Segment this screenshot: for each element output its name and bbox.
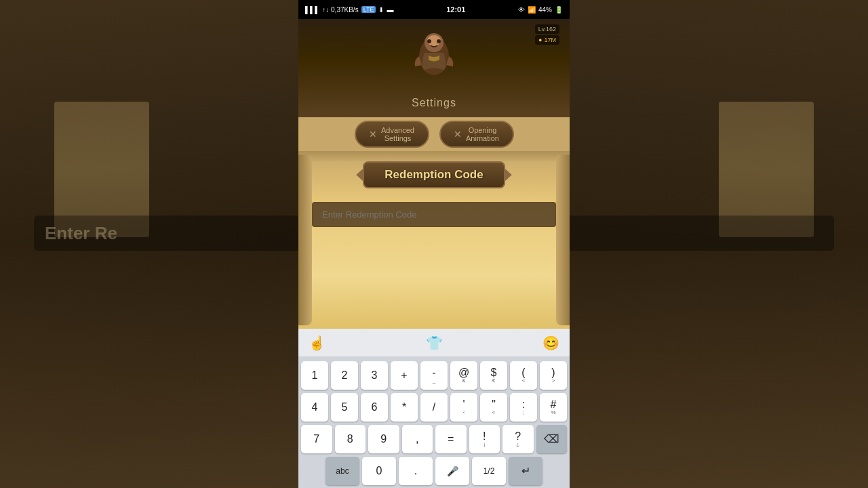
keyboard-hand-icon[interactable]: ☝ [309, 335, 326, 351]
key-single-quote[interactable]: '‹ [450, 393, 477, 422]
key-dollar[interactable]: $€ [480, 361, 507, 390]
key-minus[interactable]: -_ [420, 361, 448, 390]
opening-animation-label: Opening Animation [466, 126, 499, 142]
key-0[interactable]: 0 [362, 457, 396, 485]
coin-icon: ● [538, 37, 542, 43]
keyboard-toolbar: ☝ 👕 😊 [298, 329, 570, 357]
key-2[interactable]: 2 [331, 361, 358, 390]
key-abc[interactable]: abc [326, 457, 359, 485]
signal-bars: ▌▌▌ [305, 6, 319, 14]
key-equals[interactable]: = [435, 425, 467, 453]
key-7[interactable]: 7 [301, 425, 332, 453]
key-8[interactable]: 8 [335, 425, 366, 453]
advanced-settings-label: Advanced Settings [381, 126, 414, 142]
redemption-code-title: Redemption Code [384, 168, 483, 181]
key-6[interactable]: 6 [361, 393, 388, 422]
status-right: 👁 📶 44% 🔋 [518, 6, 563, 14]
game-area: Lv.162 ● 17M Settings [298, 19, 570, 117]
key-slash[interactable]: / [420, 393, 448, 422]
eye-icon: 👁 [518, 6, 525, 14]
keyboard-container: ☝ 👕 😊 1 2 3 + -_ @& $€ (< )> 4 5 6 [298, 329, 570, 488]
keyboard-rows: 1 2 3 + -_ @& $€ (< )> 4 5 6 * / '‹ "« :… [298, 357, 570, 488]
wifi-icon: 📶 [528, 6, 536, 14]
key-exclaim[interactable]: !¡ [469, 425, 500, 453]
battery-percent: 44% [538, 6, 552, 14]
redemption-code-banner: Redemption Code [363, 161, 505, 188]
key-asterisk[interactable]: * [391, 393, 418, 422]
phone-container: ▌▌▌ ↑↓ 0,37KB/s LTE ⬇ ▬ 12:01 👁 📶 44% 🔋 [298, 0, 570, 488]
key-plus[interactable]: + [391, 361, 418, 390]
key-3[interactable]: 3 [361, 361, 388, 390]
svg-point-4 [437, 39, 441, 43]
scroll-right-roll [556, 155, 570, 325]
bg-input-text: Enter Re [45, 223, 117, 244]
key-comma[interactable]: , [402, 425, 433, 453]
key-close-paren[interactable]: )> [540, 361, 567, 390]
key-colon[interactable]: :; [510, 393, 537, 422]
keyboard-row-1: 1 2 3 + -_ @& $€ (< )> [301, 361, 567, 390]
battery-status-icon: ▬ [387, 6, 393, 14]
key-open-paren[interactable]: (< [510, 361, 537, 390]
redemption-code-input[interactable] [312, 202, 556, 227]
key-4[interactable]: 4 [301, 393, 328, 422]
svg-point-3 [427, 39, 431, 43]
time-display: 12:01 [446, 5, 465, 14]
status-left: ▌▌▌ ↑↓ 0,37KB/s LTE ⬇ ▬ [305, 6, 393, 14]
advanced-settings-tab[interactable]: ✕ Advanced Settings [355, 121, 429, 148]
keyboard-row-4: abc 0 . 🎤 1/2 ↵ [301, 457, 567, 485]
key-period[interactable]: . [399, 457, 433, 485]
gold-badge: ● 17M [535, 35, 559, 45]
keyboard-shirt-icon[interactable]: 👕 [426, 335, 443, 351]
key-mic[interactable]: 🎤 [435, 457, 469, 485]
key-backspace[interactable]: ⌫ [536, 425, 568, 453]
keyboard-emoji-icon[interactable]: 😊 [542, 335, 559, 351]
key-at[interactable]: @& [450, 361, 477, 390]
game-character [407, 26, 461, 80]
scroll-top-decoration [298, 151, 570, 161]
key-half[interactable]: 1/2 [472, 457, 506, 485]
data-speed: ↑↓ 0,37KB/s [322, 6, 358, 14]
opening-animation-tab[interactable]: ✕ Opening Animation [439, 121, 514, 148]
battery-icon: 🔋 [555, 6, 563, 14]
scroll-area: Redemption Code [298, 151, 570, 329]
key-5[interactable]: 5 [331, 393, 358, 422]
data-type: LTE [361, 6, 376, 13]
keyboard-row-3: 7 8 9 , = !¡ ?¿ ⌫ [301, 425, 567, 453]
status-bar: ▌▌▌ ↑↓ 0,37KB/s LTE ⬇ ▬ 12:01 👁 📶 44% 🔋 [298, 0, 570, 19]
settings-label: Settings [412, 97, 456, 109]
key-9[interactable]: 9 [368, 425, 399, 453]
key-double-quote[interactable]: "« [480, 393, 507, 422]
level-badge: Lv.162 [535, 24, 559, 34]
key-enter[interactable]: ↵ [509, 457, 542, 485]
opening-animation-icon: ✕ [454, 129, 462, 140]
keyboard-row-2: 4 5 6 * / '‹ "« :; #% [301, 393, 567, 422]
key-1[interactable]: 1 [301, 361, 328, 390]
key-hash[interactable]: #% [540, 393, 567, 422]
key-question[interactable]: ?¿ [502, 425, 534, 453]
download-icon: ⬇ [378, 6, 384, 14]
code-input-wrapper[interactable] [312, 202, 556, 227]
advanced-settings-icon: ✕ [369, 129, 377, 140]
settings-tabs: ✕ Advanced Settings ✕ Opening Animation [298, 117, 570, 151]
gold-amount: 17M [544, 37, 556, 43]
scroll-left-roll [298, 155, 312, 325]
